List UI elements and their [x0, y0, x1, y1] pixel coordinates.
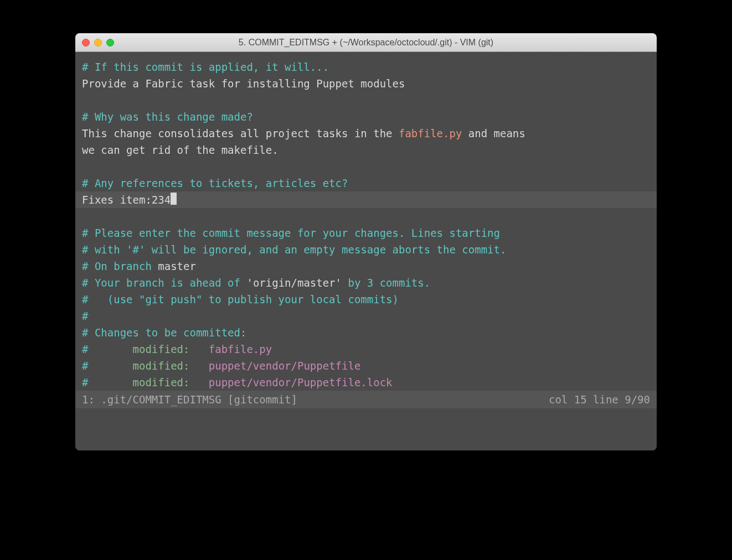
- editor-line: [75, 208, 657, 225]
- editor-line: # Why was this change made?: [75, 108, 657, 125]
- editor-line: # Your branch is ahead of 'origin/master…: [75, 274, 657, 291]
- editor-line: [75, 92, 657, 108]
- status-file: 1: .git/COMMIT_EDITMSG [gitcommit]: [82, 391, 297, 408]
- editor-line: # On branch master: [75, 258, 657, 274]
- editor-line-current: Fixes item:234: [75, 191, 657, 208]
- editor-line: # Any references to tickets, articles et…: [75, 175, 657, 191]
- editor-line: # (use "git push" to publish your local …: [75, 291, 657, 308]
- editor-line: # with '#' will be ignored, and an empty…: [75, 241, 657, 258]
- editor-line: #: [75, 308, 657, 324]
- editor-area[interactable]: # If this commit is applied, it will... …: [75, 52, 657, 450]
- window-title: 5. COMMIT_EDITMSG + (~/Workspace/octoclo…: [82, 38, 650, 48]
- editor-line: # If this commit is applied, it will...: [75, 59, 657, 75]
- terminal-window: 5. COMMIT_EDITMSG + (~/Workspace/octoclo…: [75, 33, 657, 450]
- close-icon[interactable]: [82, 39, 90, 46]
- zoom-icon[interactable]: [106, 39, 114, 46]
- editor-line: # Changes to be committed:: [75, 324, 657, 341]
- editor-line: we can get rid of the makefile.: [75, 142, 657, 158]
- cursor-icon: [171, 193, 177, 205]
- editor-line: This change consolidates all project tas…: [75, 125, 657, 142]
- status-position: col 15 line 9/90: [549, 391, 650, 408]
- minimize-icon[interactable]: [94, 39, 102, 46]
- traffic-lights: [82, 39, 114, 46]
- editor-line: [75, 158, 657, 175]
- vim-statusbar: 1: .git/COMMIT_EDITMSG [gitcommit] col 1…: [75, 391, 657, 408]
- editor-line: # modified: puppet/vendor/Puppetfile: [75, 357, 657, 374]
- editor-line: # Please enter the commit message for yo…: [75, 225, 657, 241]
- editor-bottom: [75, 408, 657, 436]
- editor-line: # modified: puppet/vendor/Puppetfile.loc…: [75, 374, 657, 391]
- editor-line: # modified: fabfile.py: [75, 341, 657, 357]
- titlebar[interactable]: 5. COMMIT_EDITMSG + (~/Workspace/octoclo…: [75, 33, 657, 52]
- editor-line: Provide a Fabric task for installing Pup…: [75, 75, 657, 92]
